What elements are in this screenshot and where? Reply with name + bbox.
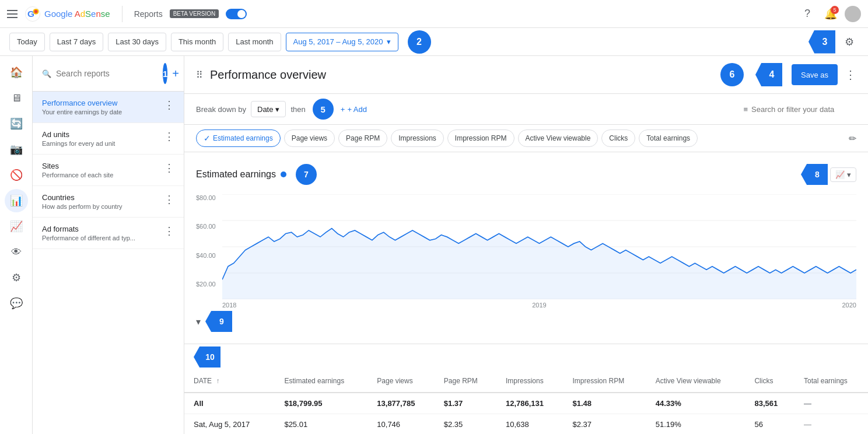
metric-estimated-earnings[interactable]: ✓ Estimated earnings [196,130,281,147]
svg-marker-9 [222,229,856,300]
report-item-sites[interactable]: Sites Performance of each site ⋮ [33,155,184,186]
hamburger-menu[interactable] [7,10,18,18]
page-title: Performance overview [210,68,713,82]
breakdown-label: Break down by [196,105,246,114]
filter-search: ≡ [743,105,856,114]
y-label-1: $60.00 [196,223,222,230]
metric-label-3: Impressions [398,134,436,142]
cell-date-all: All [184,393,275,414]
metric-page-views[interactable]: Page views [284,130,335,147]
report-sub-performance: Your entire earnings by date [42,108,164,116]
notifications-button[interactable]: 🔔 5 [821,5,840,23]
grid-icon[interactable]: ⠿ [196,69,203,80]
cell-total-1: — [794,414,868,435]
line-chart-icon: 📈 [835,170,845,179]
col-pagerpm[interactable]: Page RPM [435,370,496,393]
plus-icon: + [341,105,345,114]
chart-type-button[interactable]: 📈 ▾ [830,167,856,182]
report-menu-adformats[interactable]: ⋮ [164,225,174,237]
user-avatar[interactable] [845,6,861,22]
help-button[interactable]: ? [798,5,817,23]
date-range-label: Aug 5, 2017 – Aug 5, 2020 [293,37,383,46]
cell-date-1: Sat, Aug 5, 2017 [184,414,275,435]
expand-chart-button[interactable]: ▾ [196,316,201,327]
settings-button[interactable]: ⚙ [840,33,859,51]
col-pageviews[interactable]: Page views [368,370,434,393]
date-range-button[interactable]: Aug 5, 2017 – Aug 5, 2020 ▾ [286,33,398,51]
col-date[interactable]: DATE ↑ [184,370,275,393]
chart-title: Estimated earnings [196,169,276,180]
checkmark-icon: ✓ [204,134,211,143]
search-input[interactable] [56,69,158,78]
report-menu-adunits[interactable]: ⋮ [164,130,174,143]
chart-svg [222,194,856,299]
lastmonth-button[interactable]: Last month [228,33,281,51]
col-estimated[interactable]: Estimated earnings [275,370,368,393]
block-icon[interactable]: 🚫 [5,163,28,187]
metric-clicks[interactable]: Clicks [601,130,635,147]
nav-right: ? 🔔 5 [798,5,861,23]
report-item-adformats[interactable]: Ad formats Performance of different ad t… [33,218,184,249]
metric-impressions[interactable]: Impressions [391,130,444,147]
main-layout: 🏠 🖥 🔄 📷 🚫 📊 📈 👁 ⚙ 💬 🔍 1 + Performance ov… [0,56,868,434]
cell-estimated-1: $25.01 [275,414,368,435]
feedback-icon[interactable]: 💬 [5,292,28,315]
table-header-row: DATE ↑ Estimated earnings Page views Pag… [184,370,868,393]
more-options-button[interactable]: ⋮ [845,68,856,82]
report-title-sites: Sites [42,162,164,170]
report-menu-sites[interactable]: ⋮ [164,162,174,174]
beta-toggle[interactable] [226,9,247,19]
x-label-1: 2019 [532,302,546,309]
date-bar-right: 3 ⚙ [808,30,859,54]
edit-metrics-icon[interactable]: ✏ [849,133,856,144]
eye-icon[interactable]: 👁 [5,240,28,264]
chart-dot [281,172,286,177]
today-button[interactable]: Today [9,33,45,51]
thismonth-button[interactable]: This month [171,33,223,51]
sidebar-icons: 🏠 🖥 🔄 📷 🚫 📊 📈 👁 ⚙ 💬 [0,56,33,434]
col-impressions[interactable]: Impressions [496,370,563,393]
report-item-adunits[interactable]: Ad units Earnings for every ad unit ⋮ [33,123,184,155]
callout-4: 4 [755,63,782,86]
last7-button[interactable]: Last 7 days [50,33,104,51]
sync-icon[interactable]: 🔄 [5,112,28,135]
report-item-performance[interactable]: Performance overview Your entire earning… [33,92,184,123]
metric-impression-rpm[interactable]: Impression RPM [447,130,514,147]
report-menu-performance[interactable]: ⋮ [164,99,174,111]
table-row: Sat, Aug 5, 2017 $25.01 10,746 $2.35 10,… [184,414,868,435]
camera-icon[interactable]: 📷 [5,138,28,161]
chart-icon[interactable]: 📊 [5,189,28,212]
search-icon: 🔍 [42,69,51,78]
save-as-button[interactable]: Save as [792,64,838,85]
report-menu-countries[interactable]: ⋮ [164,193,174,206]
gear-icon[interactable]: ⚙ [5,266,28,289]
col-activeview[interactable]: Active View viewable [646,370,746,393]
y-label-0: $80.00 [196,194,222,201]
add-report-button[interactable]: + [172,65,179,82]
notification-count: 5 [831,6,839,14]
metric-page-rpm[interactable]: Page RPM [338,130,387,147]
reports-label: Reports [134,9,163,19]
callout-1: 1 [163,63,167,84]
breakdown-dropdown[interactable]: Date ▾ [251,101,286,117]
report-sub-countries: How ads perform by country [42,203,164,210]
col-clicks[interactable]: Clicks [745,370,794,393]
col-total[interactable]: Total earnings [794,370,868,393]
home-icon[interactable]: 🏠 [5,61,28,84]
chart-actions: 8 📈 ▾ [801,164,856,185]
callout-3: 3 [808,30,835,54]
y-label-2: $40.00 [196,252,222,259]
cell-impressionrpm-all: $1.48 [563,393,646,414]
filter-input[interactable] [751,105,856,114]
table-row: All $18,799.95 13,877,785 $1.37 12,786,1… [184,393,868,414]
col-impressionrpm[interactable]: Impression RPM [563,370,646,393]
metric-label-4: Impression RPM [455,134,507,142]
last30-button[interactable]: Last 30 days [108,33,166,51]
monitor-icon[interactable]: 🖥 [5,86,28,110]
metric-total-earnings[interactable]: Total earnings [639,130,698,147]
report-item-countries[interactable]: Countries How ads perform by country ⋮ [33,186,184,218]
trending-icon[interactable]: 📈 [5,215,28,238]
add-filter-button[interactable]: + + Add [341,105,367,114]
report-title-countries: Countries [42,193,164,202]
metric-active-view[interactable]: Active View viewable [518,130,598,147]
